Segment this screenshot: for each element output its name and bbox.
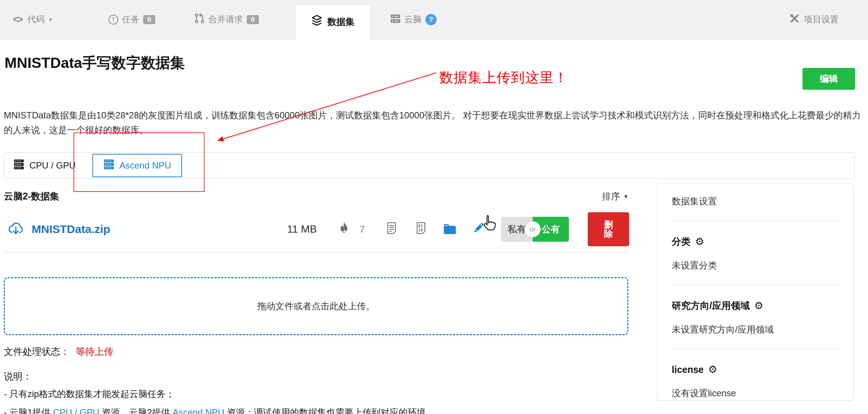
ascend-npu-link[interactable]: Ascend NPU [173, 407, 224, 414]
divider [672, 285, 839, 285]
upload-dropzone[interactable]: 拖动文件或者点击此处上传。 [4, 277, 628, 335]
notes-heading: 说明： [4, 370, 628, 383]
tab-cpu-gpu-label: CPU / GPU [29, 160, 76, 171]
nav-pulls-label: 合并请求 [208, 14, 243, 25]
divider [4, 252, 628, 253]
nav-item-cloudbrain[interactable]: 云脑 ? [390, 13, 437, 26]
nav-item-project-settings[interactable]: 项目设置 [789, 13, 839, 26]
category-value: 未设置分类 [672, 259, 839, 271]
license-label-text: license [672, 364, 704, 375]
visibility-toggle: 私有 or 公有 [501, 217, 569, 242]
downloads-count: 7 [359, 224, 365, 235]
license-label: license ⚙ [672, 363, 839, 376]
status-label: 文件处理状态： [4, 346, 70, 357]
pulls-count-badge: 0 [247, 15, 259, 24]
dataset-column: 云脑2-数据集 排序 ▼ MNISTData.zip 11 MB [4, 190, 628, 414]
tab-ascend-npu-label: Ascend NPU [119, 160, 171, 171]
dataset-settings-card: 数据集设置 分类 ⚙ 未设置分类 研究方向/应用领域 ⚙ 未设置研究方向/应用领… [657, 184, 854, 401]
server-icon [390, 13, 400, 26]
category-label: 分类 ⚙ [672, 235, 839, 248]
cpu-gpu-link[interactable]: CPU / GPU [53, 407, 99, 414]
file-status-line: 文件处理状态：等待上传 [4, 345, 628, 358]
divider [672, 221, 839, 221]
binary-file-icon[interactable]: 01 10 [415, 222, 427, 237]
page-title: MNISTData手写数字数据集 [5, 53, 864, 73]
or-divider: or [525, 221, 541, 237]
server-icon [13, 159, 24, 172]
note-2-pre: - 云脑1提供 [4, 407, 53, 414]
note-line-1: - 只有zip格式的数据集才能发起云脑任务； [4, 387, 628, 401]
note-line-2: - 云脑1提供 CPU / GPU 资源，云脑2提供 Ascend NPU 资源… [4, 405, 628, 414]
nav-code-label: 代码 [27, 14, 44, 25]
pull-request-icon [194, 13, 205, 26]
license-value: 没有设置license [672, 387, 839, 399]
nav-issues-label: 任务 [122, 14, 139, 25]
dataset-file-row: MNISTData.zip 11 MB 7 [4, 216, 628, 242]
tab-cpu-gpu[interactable]: CPU / GPU [13, 159, 76, 172]
chevron-down-icon: ▾ [49, 16, 52, 23]
folder-icon[interactable] [443, 223, 457, 236]
note-2-mid: 资源，云脑2提供 [99, 407, 173, 414]
caret-down-icon: ▼ [623, 193, 628, 199]
note-2-post: 资源；调试使用的数据集也需要上传到对应的环境。 [224, 407, 435, 414]
flame-downloads-icon [338, 221, 350, 237]
datasets-stack-icon [311, 15, 322, 29]
tab-datasets-active[interactable]: 数据集 [295, 4, 371, 39]
help-icon[interactable]: ? [425, 14, 437, 25]
server-icon [103, 159, 115, 172]
sort-label: 排序 [602, 190, 620, 202]
tab-ascend-npu-selected[interactable]: Ascend NPU [92, 154, 182, 177]
issues-count-badge: 0 [143, 15, 155, 24]
gear-icon[interactable]: ⚙ [708, 363, 717, 376]
dataset-description: MNISTData数据集是由10类28*28的灰度图片组成，训练数据集包含600… [4, 108, 863, 137]
upload-hint: 拖动文件或者点击此处上传。 [257, 300, 375, 312]
gear-icon[interactable]: ⚙ [695, 236, 704, 248]
top-navigation: <> 代码 ▾ ! 任务 0 合并请求 0 [0, 0, 868, 39]
cloud-download-icon[interactable] [8, 221, 24, 238]
nav-item-code[interactable]: <> 代码 ▾ [13, 14, 52, 25]
binary-bottom-text: 10 [418, 228, 423, 232]
status-value: 等待上传 [76, 346, 113, 357]
tools-icon [789, 13, 800, 26]
dataset-file-link[interactable]: MNISTData.zip [32, 223, 110, 236]
research-area-value: 未设置研究方向/应用领域 [672, 324, 839, 336]
page: <> 代码 ▾ ! 任务 0 合并请求 0 [0, 0, 868, 414]
issues-icon: ! [108, 15, 118, 25]
file-text-icon[interactable] [386, 222, 397, 237]
delete-button[interactable]: 删除 [588, 212, 629, 246]
file-size: 11 MB [287, 223, 317, 235]
edit-button[interactable]: 编辑 [802, 68, 855, 90]
divider [672, 349, 839, 349]
code-icon: <> [13, 14, 23, 25]
research-area-label: 研究方向/应用领域 ⚙ [672, 299, 839, 312]
category-label-text: 分类 [672, 235, 691, 248]
environment-tabbar: CPU / GPU Ascend NPU [4, 152, 854, 179]
research-area-label-text: 研究方向/应用领域 [672, 299, 750, 312]
gear-icon[interactable]: ⚙ [754, 300, 763, 312]
pencil-edit-icon[interactable] [470, 221, 486, 238]
tab-datasets-label: 数据集 [327, 16, 355, 28]
nav-item-pull-requests[interactable]: 合并请求 0 [194, 13, 259, 26]
nav-settings-label: 项目设置 [804, 14, 839, 25]
settings-card-title: 数据集设置 [672, 195, 839, 207]
nav-cloudbrain-label: 云脑 [404, 14, 422, 25]
section-heading: 云脑2-数据集 [4, 190, 59, 202]
sort-dropdown[interactable]: 排序 ▼ [602, 190, 628, 202]
nav-item-issues[interactable]: ! 任务 0 [108, 14, 155, 25]
